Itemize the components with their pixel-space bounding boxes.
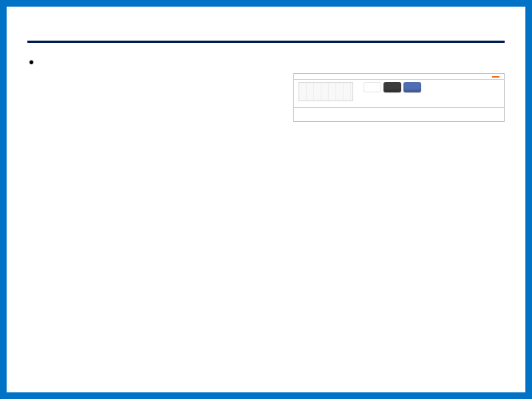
ribbon-insert-shapes <box>299 82 353 104</box>
style-preview-icon <box>403 82 421 92</box>
title-rule <box>27 41 505 43</box>
slide-body: • <box>7 7 525 392</box>
lead-bullet: • <box>27 53 505 71</box>
bullet-dot-icon: • <box>27 53 51 71</box>
swatch-grid <box>294 108 504 121</box>
content-area: • <box>27 53 505 75</box>
slide-frame: • <box>0 0 532 399</box>
style-preview-icon <box>383 82 401 92</box>
thumb-titlebar <box>294 74 504 80</box>
word-badge <box>492 76 499 78</box>
style-preview-icon <box>364 82 381 92</box>
shape-styles-gallery-thumbnail <box>293 73 505 122</box>
ribbon-shape-styles <box>364 82 421 95</box>
shapes-picker-icon <box>299 82 353 101</box>
thumb-ribbon <box>294 80 504 108</box>
